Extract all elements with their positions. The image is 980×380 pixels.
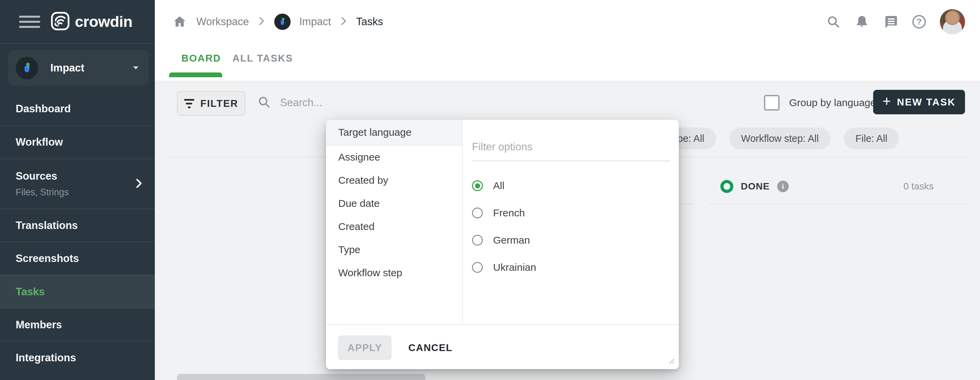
crowdin-tasks-page: crowdin Impact Dashboard Workflow bbox=[0, 0, 980, 380]
tab-board[interactable]: BOARD bbox=[181, 53, 221, 64]
filter-category-created[interactable]: Created bbox=[326, 215, 462, 238]
filter-category-target-language[interactable]: Target language bbox=[326, 120, 462, 146]
filter-category-assignee[interactable]: Assignee bbox=[326, 146, 462, 169]
tabs-bar: BOARD ALL TASKS bbox=[155, 43, 980, 81]
crowdin-logo-icon bbox=[50, 11, 70, 32]
group-by-language-checkbox[interactable] bbox=[764, 95, 780, 111]
group-by-language-label: Group by language bbox=[789, 97, 876, 108]
sidebar-item-screenshots[interactable]: Screenshots bbox=[0, 242, 155, 275]
active-tab-underline bbox=[169, 72, 222, 77]
notifications-bell-icon[interactable] bbox=[854, 14, 870, 30]
chevron-right-icon bbox=[340, 15, 347, 28]
filter-options-input[interactable] bbox=[472, 141, 670, 161]
filter-options-panel: All French German Ukrainian bbox=[463, 120, 679, 324]
radio-icon bbox=[472, 262, 483, 273]
project-avatar-small bbox=[274, 14, 291, 30]
sidebar-item-workflow[interactable]: Workflow bbox=[0, 125, 155, 159]
radio-selected-icon bbox=[472, 180, 483, 191]
chevron-right-icon bbox=[258, 15, 266, 28]
radio-icon bbox=[472, 208, 483, 218]
chip-file[interactable]: File: All bbox=[844, 127, 899, 149]
project-selector[interactable]: Impact bbox=[8, 50, 149, 86]
new-task-button[interactable]: + NEW TASK bbox=[873, 90, 965, 114]
group-by-language: Group by language bbox=[764, 91, 876, 114]
messages-chat-icon[interactable] bbox=[883, 14, 898, 30]
sidebar-item-integrations[interactable]: Integrations bbox=[0, 341, 155, 374]
search-icon bbox=[257, 95, 271, 111]
task-card-peek bbox=[177, 374, 425, 380]
breadcrumb-impact[interactable]: Impact bbox=[299, 16, 331, 28]
radio-option-german[interactable]: German bbox=[472, 234, 530, 246]
dropdown-footer: APPLY CANCEL bbox=[326, 324, 679, 369]
info-icon[interactable]: i bbox=[777, 181, 789, 192]
breadcrumb-workspace[interactable]: Workspace bbox=[196, 16, 249, 28]
done-status-icon bbox=[721, 180, 733, 193]
help-icon[interactable]: ? bbox=[911, 14, 927, 30]
topbar-icons: ? bbox=[826, 0, 965, 43]
radio-option-ukrainian[interactable]: Ukrainian bbox=[472, 262, 536, 273]
project-avatar bbox=[16, 57, 38, 79]
sidebar-item-members[interactable]: Members bbox=[0, 308, 155, 341]
chevron-right-icon bbox=[135, 177, 143, 191]
hamburger-menu-icon[interactable] bbox=[19, 16, 40, 28]
filter-category-type[interactable]: Type bbox=[326, 238, 462, 261]
crowdin-wordmark: crowdin bbox=[75, 13, 132, 30]
apply-button[interactable]: APPLY bbox=[338, 335, 392, 360]
search-icon[interactable] bbox=[826, 14, 841, 30]
column-divider bbox=[710, 204, 966, 205]
sidebar-nav: Dashboard Workflow Sources Files, String… bbox=[0, 92, 155, 374]
plus-icon: + bbox=[882, 94, 891, 108]
filter-category-list: Target language Assignee Created by Due … bbox=[326, 120, 463, 324]
sidebar-item-dashboard[interactable]: Dashboard bbox=[0, 92, 155, 125]
radio-icon bbox=[472, 235, 483, 246]
search-input[interactable] bbox=[279, 96, 424, 109]
sidebar-item-tasks[interactable]: Tasks bbox=[0, 275, 155, 308]
column-done-header: DONE i bbox=[721, 177, 789, 196]
filter-dropdown: Target language Assignee Created by Due … bbox=[326, 120, 679, 369]
filter-category-due-date[interactable]: Due date bbox=[326, 192, 462, 215]
cancel-button[interactable]: CANCEL bbox=[406, 335, 455, 360]
resize-handle-icon[interactable] bbox=[666, 356, 675, 366]
radio-option-french[interactable]: French bbox=[472, 207, 525, 219]
breadcrumb: Workspace Impact Tasks bbox=[172, 14, 383, 30]
filter-category-workflow-step[interactable]: Workflow step bbox=[326, 261, 462, 285]
breadcrumb-tasks: Tasks bbox=[356, 16, 383, 28]
sources-sublabel: Files, Strings bbox=[16, 187, 155, 198]
topbar: Workspace Impact Tasks bbox=[155, 0, 980, 43]
main-area: Workspace Impact Tasks bbox=[155, 0, 980, 380]
tab-all-tasks[interactable]: ALL TASKS bbox=[232, 53, 293, 64]
radio-option-all[interactable]: All bbox=[472, 180, 504, 192]
task-search bbox=[257, 91, 424, 114]
chevron-down-icon bbox=[133, 66, 138, 69]
sidebar: crowdin Impact Dashboard Workflow bbox=[0, 0, 155, 380]
column-done-count: 0 tasks bbox=[904, 177, 934, 196]
svg-text:?: ? bbox=[917, 17, 922, 26]
user-avatar[interactable] bbox=[940, 9, 965, 34]
crowdin-logo[interactable]: crowdin bbox=[50, 11, 132, 32]
sidebar-item-translations[interactable]: Translations bbox=[0, 208, 155, 242]
home-icon[interactable] bbox=[172, 14, 188, 30]
sidebar-item-sources[interactable]: Sources Files, Strings bbox=[0, 159, 155, 208]
project-name: Impact bbox=[50, 62, 133, 74]
chip-workflow-step[interactable]: Workflow step: All bbox=[730, 127, 830, 149]
filter-button[interactable]: FILTER bbox=[177, 91, 245, 116]
filter-icon bbox=[184, 99, 194, 108]
filter-category-created-by[interactable]: Created by bbox=[326, 169, 462, 192]
sidebar-header: crowdin bbox=[0, 0, 155, 44]
